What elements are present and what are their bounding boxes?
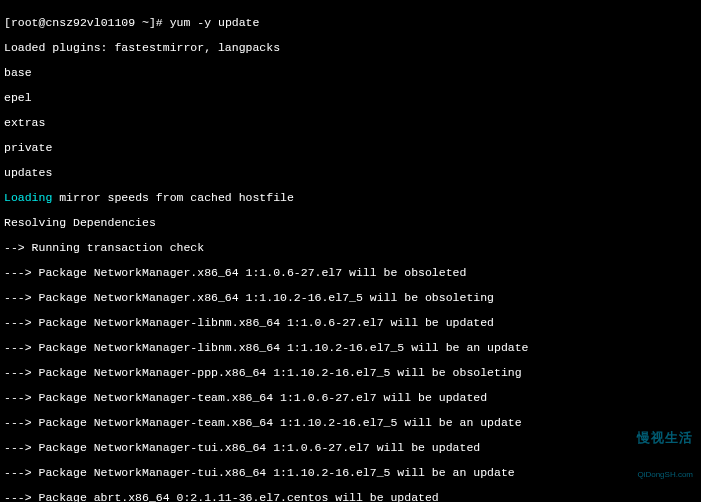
repo-line: updates: [4, 167, 697, 180]
repo-line: base: [4, 67, 697, 80]
prompt-user: root: [11, 16, 39, 29]
package-line: ---> Package NetworkManager-tui.x86_64 1…: [4, 467, 697, 480]
watermark-cn: 慢视生活: [637, 432, 693, 445]
watermark-en: QiDongSH.com: [637, 469, 693, 482]
loading-word: Loading: [4, 191, 52, 204]
terminal-output[interactable]: [root@cnsz92vl01109 ~]# yum -y update Lo…: [0, 0, 701, 502]
loading-rest: mirror speeds from cached hostfile: [52, 191, 294, 204]
command-text: yum -y update: [170, 16, 260, 29]
bracket-close: ]#: [149, 16, 170, 29]
package-line: ---> Package NetworkManager-team.x86_64 …: [4, 417, 697, 430]
loading-line: Loading mirror speeds from cached hostfi…: [4, 192, 697, 205]
prompt-cwd: ~: [135, 16, 149, 29]
package-line: ---> Package NetworkManager.x86_64 1:1.1…: [4, 292, 697, 305]
repo-line: epel: [4, 92, 697, 105]
package-line: ---> Package NetworkManager.x86_64 1:1.0…: [4, 267, 697, 280]
package-line: ---> Package NetworkManager-tui.x86_64 1…: [4, 442, 697, 455]
package-line: ---> Package NetworkManager-ppp.x86_64 1…: [4, 367, 697, 380]
package-line: ---> Package NetworkManager-libnm.x86_64…: [4, 342, 697, 355]
resolving-line: Resolving Dependencies: [4, 217, 697, 230]
package-line: ---> Package abrt.x86_64 0:2.1.11-36.el7…: [4, 492, 697, 503]
watermark: 慢视生活 QiDongSH.com: [637, 407, 693, 495]
prompt-line: [root@cnsz92vl01109 ~]# yum -y update: [4, 17, 697, 30]
package-line: ---> Package NetworkManager-team.x86_64 …: [4, 392, 697, 405]
repo-line: extras: [4, 117, 697, 130]
prompt-host: cnsz92vl01109: [45, 16, 135, 29]
bracket-open: [: [4, 16, 11, 29]
plugins-line: Loaded plugins: fastestmirror, langpacks: [4, 42, 697, 55]
package-line: ---> Package NetworkManager-libnm.x86_64…: [4, 317, 697, 330]
transaction-check-line: --> Running transaction check: [4, 242, 697, 255]
repo-line: private: [4, 142, 697, 155]
